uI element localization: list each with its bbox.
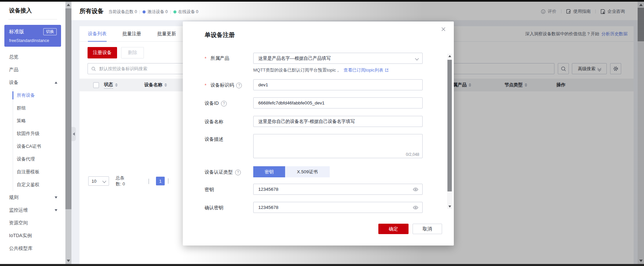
close-icon[interactable] [441,27,447,33]
search-button[interactable] [558,63,569,74]
sidebar-item-all-devices[interactable]: 所有设备 [13,89,65,102]
user-guide-link[interactable]: 使用指南 [566,8,591,14]
feedback-link[interactable]: 评价 [541,8,556,14]
device-name-field[interactable] [253,116,423,127]
dialog-scrollbar[interactable] [447,54,452,209]
auth-option-secret[interactable]: 密钥 [253,166,285,177]
sidebar-item-device-proxy[interactable]: 设备代理 [13,153,65,166]
secret-input[interactable] [258,186,413,192]
eye-icon[interactable] [413,206,418,210]
chevron-down-icon [415,56,419,60]
product-select-value[interactable] [258,55,416,61]
sort-icon[interactable] [525,83,527,87]
sidebar-item-policies[interactable]: 策略 [13,115,65,127]
sort-icon[interactable] [469,83,471,87]
sort-icon[interactable] [115,83,118,87]
sidebar-item-products[interactable]: 产品 [0,63,65,76]
devices-submenu: 所有设备 群组 策略 软固件升级 设备CA证书 设备代理 自注册模板 自定义鉴权 [13,89,65,191]
scroll-up-icon[interactable] [67,4,70,6]
current-page-button[interactable]: 1 [156,177,165,185]
action-divider [595,9,596,13]
column-device-name[interactable]: 设备名称 [144,79,167,91]
eye-icon[interactable] [413,187,418,191]
sidebar-item-rules[interactable]: 规则 [0,191,65,204]
prev-page-button[interactable] [149,179,149,184]
next-page-button[interactable] [168,179,168,184]
char-counter: 0/2,048 [406,152,419,157]
page-scrollbar-thumb[interactable] [638,8,644,41]
device-name-label: 设备名称 [205,119,252,125]
instance-card[interactable]: 标准版 切换 freeStandardInstance [4,25,61,47]
sidebar-collapse-handle[interactable] [71,127,76,141]
scroll-down-icon[interactable] [448,206,451,208]
consult-icon [600,9,605,14]
sidebar-item-public-model-library[interactable]: 公共模型库 [0,242,65,255]
sidebar: 设备接入 标准版 切换 freeStandardInstance 总览 产品 设… [0,2,65,264]
sidebar-item-self-register-template[interactable]: 自注册模板 [13,166,65,178]
cancel-button[interactable]: 取消 [413,224,442,234]
node-id-field[interactable] [253,79,423,90]
help-icon[interactable]: ? [236,83,242,88]
app-title: 设备接入 [0,2,65,14]
node-id-input[interactable] [258,82,418,88]
dialog-scrollbar-thumb[interactable] [447,60,452,191]
window-bottom-edge [0,264,644,266]
page-scrollbar[interactable] [638,2,644,264]
sidebar-item-monitoring[interactable]: 监控运维 [0,204,65,217]
online-devices-stat: 在线设备 0 [173,9,198,15]
sidebar-item-ca-certificates[interactable]: 设备CA证书 [13,140,65,153]
confirm-secret-field[interactable] [253,202,423,213]
scroll-up-icon[interactable] [448,55,451,57]
expand-section-icon [55,196,57,198]
column-settings-button[interactable] [610,63,621,74]
column-node-type[interactable]: 节点类型 [504,79,527,91]
sidebar-item-overview[interactable]: 总览 [0,51,65,63]
sort-icon[interactable] [164,83,167,87]
column-actions: 操作 [556,79,566,91]
advanced-search-button[interactable]: 高级搜索 [572,63,607,74]
scroll-down-icon[interactable] [639,260,643,262]
tab-batch-register[interactable]: 批量注册 [122,26,141,41]
column-status[interactable]: 状态 [104,79,118,91]
page-size-select[interactable]: 10 [88,176,109,186]
product-select[interactable] [253,53,423,64]
select-all-checkbox[interactable] [93,82,99,88]
page-header: 所有设备 当前设备总数 0 激活设备 0 在线设备 0 评价 使用指南 [71,2,638,20]
scroll-down-icon[interactable] [67,260,70,262]
stat-divider [140,10,140,14]
help-icon[interactable]: ? [221,101,227,106]
collapse-left-icon [73,132,75,136]
chevron-right-icon [168,178,168,184]
device-id-input[interactable] [258,100,418,106]
sidebar-scrollbar[interactable] [65,2,71,264]
sidebar-item-devices[interactable]: 设备 [0,76,65,89]
tab-batch-update[interactable]: 批量更新 [157,26,176,41]
secret-field[interactable] [253,184,423,195]
enterprise-consult-link[interactable]: 企业咨询 [600,8,625,14]
sidebar-item-iotda-instances[interactable]: IoTDA实例 [0,229,65,242]
confirm-secret-input[interactable] [258,205,413,210]
description-input[interactable] [254,134,422,152]
sidebar-item-groups[interactable]: 群组 [13,102,65,115]
sidebar-item-firmware-upgrade[interactable]: 软固件升级 [13,127,65,140]
device-name-input[interactable] [258,119,418,124]
product-label: 所属产品 [205,55,252,61]
sidebar-item-custom-auth[interactable]: 自定义鉴权 [13,178,65,191]
mqtt-helper-text: MQTT类型的设备已默认订阅平台预置topic， 查看已订阅topic列表 [253,67,389,73]
scroll-up-icon[interactable] [639,4,643,6]
analyze-history-link[interactable]: 分析历史数据 [601,31,628,36]
switch-instance-button[interactable]: 切换 [43,28,57,35]
help-icon[interactable]: ? [235,170,241,175]
tab-device-list[interactable]: 设备列表 [88,26,107,42]
sidebar-scrollbar-thumb[interactable] [65,8,71,209]
delete-button[interactable]: 删除 [121,47,144,58]
description-field[interactable]: 0/2,048 [253,134,423,158]
confirm-button[interactable]: 确定 [378,224,409,234]
search-icon [561,66,566,72]
device-id-field[interactable] [253,97,423,108]
topic-list-link[interactable]: 查看已订阅topic列表 [343,67,388,73]
register-device-button[interactable]: 注册设备 [88,47,117,58]
sidebar-item-resource-spaces[interactable]: 资源空间 [0,217,65,229]
activated-devices-stat: 激活设备 0 [143,9,167,15]
auth-option-x509[interactable]: X.509证书 [285,166,330,177]
